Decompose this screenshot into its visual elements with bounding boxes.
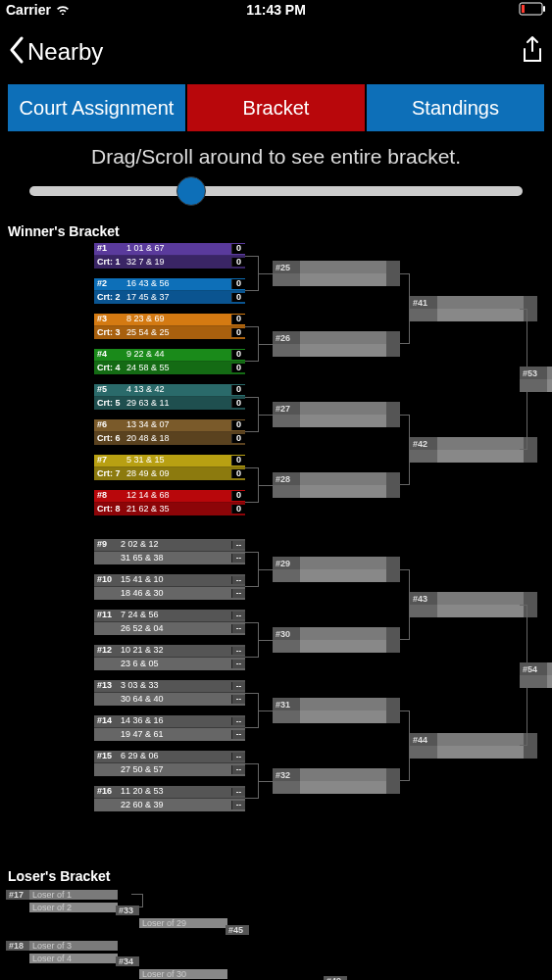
- r3-match[interactable]: #42: [410, 437, 537, 463]
- winner-bracket-header: Winner's Bracket: [0, 206, 552, 243]
- r4-match[interactable]: #54: [520, 662, 552, 688]
- back-button[interactable]: Nearby: [8, 36, 103, 68]
- loser-r2-match[interactable]: #34Loser of 30: [116, 955, 241, 980]
- loser-r1-match[interactable]: #18Loser of 3Loser of 4: [6, 939, 131, 964]
- slider-track: [29, 186, 523, 196]
- r1-match[interactable]: #11 01 & 670Crt: 132 7 & 190: [94, 243, 245, 269]
- clock: 11:43 PM: [186, 2, 367, 18]
- r2-match[interactable]: #25: [273, 261, 400, 286]
- r1-match[interactable]: #216 43 & 560Crt: 217 45 & 370: [94, 278, 245, 304]
- r2-match[interactable]: #30: [273, 627, 400, 653]
- r3-match[interactable]: #41: [410, 296, 537, 321]
- nav-bar: Nearby: [0, 20, 552, 84]
- r1-match[interactable]: #156 29 & 06--27 50 & 57--: [94, 751, 245, 776]
- battery-low-icon: [519, 2, 546, 19]
- r1-match[interactable]: #49 22 & 440Crt: 424 58 & 550: [94, 349, 245, 374]
- r1-match[interactable]: #133 03 & 33--30 64 & 40--: [94, 680, 245, 706]
- slider-thumb[interactable]: [176, 176, 206, 206]
- zoom-slider[interactable]: [0, 176, 552, 206]
- status-bar: Carrier 11:43 PM: [0, 0, 552, 20]
- r1-match[interactable]: #54 13 & 420Crt: 529 63 & 110: [94, 384, 245, 410]
- r1-match[interactable]: #1611 20 & 53--22 60 & 39--: [94, 786, 245, 811]
- winner-bracket[interactable]: #11 01 & 670Crt: 132 7 & 190#216 43 & 56…: [0, 243, 552, 851]
- r1-match[interactable]: #75 31 & 150Crt: 728 49 & 090: [94, 455, 245, 480]
- tab-bracket[interactable]: Bracket: [187, 84, 365, 131]
- loser-bracket-header: Loser's Bracket: [0, 851, 552, 888]
- r2-match[interactable]: #32: [273, 768, 400, 794]
- loser-bracket[interactable]: #17Loser of 1Loser of 2#18Loser of 3Lose…: [0, 888, 552, 980]
- instructions-text: Drag/Scroll around to see entire bracket…: [0, 131, 552, 176]
- r1-match[interactable]: #1210 21 & 32--23 6 & 05--: [94, 645, 245, 670]
- r1-match[interactable]: #1015 41 & 10--18 46 & 30--: [94, 574, 245, 600]
- wifi-icon: [55, 2, 71, 18]
- r1-match[interactable]: #812 14 & 680Crt: 821 62 & 350: [94, 490, 245, 515]
- r4-match[interactable]: #53: [520, 367, 552, 392]
- r1-match[interactable]: #1414 36 & 16--19 47 & 61--: [94, 715, 245, 741]
- r2-match[interactable]: #31: [273, 698, 400, 723]
- svg-rect-2: [522, 5, 525, 13]
- loser-r2-match[interactable]: #33Loser of 29: [116, 904, 241, 929]
- svg-rect-1: [543, 6, 545, 12]
- r2-match[interactable]: #26: [273, 331, 400, 357]
- chevron-left-icon: [8, 36, 25, 68]
- share-button[interactable]: [521, 35, 544, 69]
- r1-match[interactable]: #613 34 & 070Crt: 620 48 & 180: [94, 419, 245, 445]
- tab-bar: Court Assignment Bracket Standings: [0, 84, 552, 131]
- tab-standings[interactable]: Standings: [367, 84, 544, 131]
- r2-match[interactable]: #29: [273, 557, 400, 582]
- tab-court-assignment[interactable]: Court Assignment: [8, 84, 185, 131]
- carrier-label: Carrier: [6, 2, 51, 18]
- r2-match[interactable]: #28: [273, 472, 400, 498]
- r1-match[interactable]: #92 02 & 12--31 65 & 38--: [94, 539, 245, 564]
- r2-match[interactable]: #27: [273, 402, 400, 427]
- nav-back-label: Nearby: [27, 38, 103, 66]
- loser-r3-match[interactable]: #45: [226, 923, 351, 949]
- loser-r1-match[interactable]: #17Loser of 1Loser of 2: [6, 888, 131, 913]
- r3-match[interactable]: #43: [410, 592, 537, 617]
- r3-match[interactable]: #44: [410, 733, 537, 759]
- r1-match[interactable]: #117 24 & 56--26 52 & 04--: [94, 610, 245, 635]
- loser-r3-match[interactable]: #49Loser of 41: [324, 974, 449, 980]
- r1-match[interactable]: #38 23 & 690Crt: 325 54 & 250: [94, 314, 245, 339]
